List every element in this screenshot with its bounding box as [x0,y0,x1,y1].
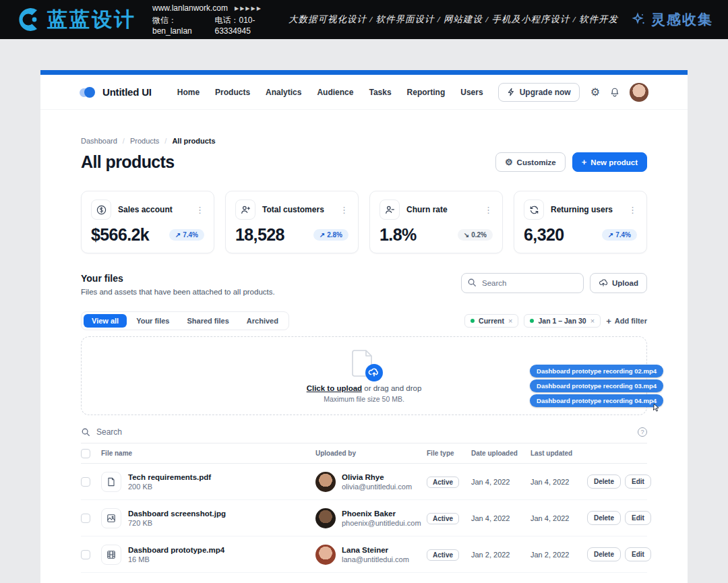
nav-item-analytics[interactable]: Analytics [266,88,301,97]
files-section-header: Your files Files and assets that have be… [81,273,647,296]
brand[interactable]: Untitled UI [80,86,152,98]
close-icon[interactable]: × [590,317,595,325]
upload-button[interactable]: Upload [590,273,647,293]
avatar [315,508,336,528]
breadcrumb-products[interactable]: Products [130,137,159,145]
stat-value: 6,320 [524,225,564,245]
uploader-email: olivia@untitledui.com [342,483,412,491]
trend-up-icon: ↗ [320,231,325,239]
row-checkbox[interactable] [81,550,90,559]
stat-card-churn-rate: Churn rate ⋮ 1.8% ↘ 0.2% [369,191,503,253]
tab-view-all[interactable]: View all [84,314,127,328]
nav-icons: ⚙ [590,83,648,102]
change-badge: ↗ 7.4% [169,229,204,241]
col-file-name[interactable]: File name [101,450,315,457]
tab-your-files[interactable]: Your files [128,314,177,328]
user-minus-icon [380,200,400,220]
search-icon [81,427,90,437]
breadcrumb-all-products: All products [172,137,215,145]
nav-item-audience[interactable]: Audience [317,88,353,97]
uploaded-file-chips: Dashboard prototype recording 02.mp4 Das… [530,365,663,407]
bell-icon[interactable] [609,87,620,98]
tab-archived[interactable]: Archived [239,314,286,328]
nav-item-tasks[interactable]: Tasks [369,88,391,97]
table-search-input[interactable] [96,427,632,437]
select-all-checkbox[interactable] [81,449,90,458]
last-updated: Jan 2, 2022 [530,551,587,559]
file-chip[interactable]: Dashboard prototype recording 03.mp4 [530,379,663,392]
row-checkbox[interactable] [81,514,90,523]
navbar: Untitled UI Home Products Analytics Audi… [40,75,688,110]
nav-item-products[interactable]: Products [215,88,250,97]
table-row: Dashboard prototype.mp4 16 MB Lana Stein… [81,536,647,573]
dollar-coin-icon [91,200,111,220]
trend-up-icon: ↗ [175,231,181,239]
breadcrumb-separator: / [164,137,166,145]
col-file-type[interactable]: File type [427,450,471,457]
click-to-upload-link[interactable]: Click to upload [307,384,362,392]
breadcrumb-dashboard[interactable]: Dashboard [81,137,117,145]
banner-website[interactable]: www.lanlanwork.com [152,3,228,13]
nav-item-home[interactable]: Home [177,88,200,97]
table-header: File name Uploaded by File type Date upl… [81,443,647,464]
col-date-uploaded[interactable]: Date uploaded [471,450,530,457]
kebab-menu-icon[interactable]: ⋮ [340,206,348,214]
upload-cloud-icon [599,278,608,288]
nav-item-users[interactable]: Users [460,88,483,97]
banner-contact: www.lanlanwork.com ▶▶▶▶▶ 微信：ben_lanlan 电… [152,3,276,36]
delete-button[interactable]: Delete [587,511,621,525]
table-row: Dashboard screenshot.jpg 720 KB Phoenix … [81,500,647,536]
status-badge: Active [427,549,459,561]
trend-up-icon: ↗ [608,231,613,239]
upgrade-button[interactable]: Upgrade now [498,83,580,102]
file-name: Dashboard screenshot.jpg [128,510,226,518]
upload-dropzone[interactable]: Click to upload or drag and drop Maximum… [81,336,647,415]
edit-button[interactable]: Edit [625,474,651,489]
row-checkbox[interactable] [81,477,90,487]
file-chip[interactable]: Dashboard prototype recording 04.mp4 [530,394,663,407]
nav-item-reporting[interactable]: Reporting [407,88,446,97]
table-search-row: ? [81,421,647,443]
collect-link[interactable]: 灵感收集 [630,10,713,29]
delete-button[interactable]: Delete [587,474,621,489]
user-plus-icon [235,200,255,220]
banner-wechat: 微信：ben_lanlan [152,15,204,36]
kebab-menu-icon[interactable]: ⋮ [628,206,637,214]
status-badge: Active [427,477,459,488]
upload-cloud-circle-icon [365,364,383,381]
kebab-menu-icon[interactable]: ⋮ [484,206,493,214]
dropzone-note: Maximum file size 50 MB. [324,395,404,403]
file-chip[interactable]: Dashboard prototype recording 02.mp4 [530,365,663,377]
arrows-icon: ▶▶▶▶▶ [235,5,262,11]
brand-name: Untitled UI [102,86,152,98]
col-uploaded-by[interactable]: Uploaded by [315,450,427,457]
tab-shared-files[interactable]: Shared files [179,314,237,328]
uploader-name: Phoenix Baker [342,510,421,518]
new-product-button[interactable]: + New product [572,152,647,172]
filter-chip-date-range[interactable]: Jan 1 – Jan 30 × [524,314,601,328]
table-row: Tech requirements.pdf 200 KB Olivia Rhye… [81,464,647,500]
filter-chip-current[interactable]: Current × [464,314,518,328]
plus-icon: + [606,317,611,326]
date-uploaded: Jan 4, 2022 [471,478,530,486]
col-last-updated[interactable]: Last updated [530,450,587,457]
change-badge: ↘ 0.2% [458,229,493,241]
delete-button[interactable]: Delete [587,547,621,561]
close-icon[interactable]: × [508,317,512,325]
banner-logo[interactable]: 蓝蓝设计 [15,6,136,34]
untitled-ui-logo-icon [80,87,97,98]
stat-label: Total customers [262,205,324,214]
main-content: Dashboard / Products / All products All … [40,137,688,573]
customize-button[interactable]: ⚙ Customize [495,152,566,172]
edit-button[interactable]: Edit [625,511,651,525]
add-filter-button[interactable]: + Add filter [606,317,647,326]
file-image-icon [101,508,121,528]
files-search-input[interactable] [461,273,584,293]
kebab-menu-icon[interactable]: ⋮ [195,206,204,214]
trend-down-icon: ↘ [464,231,469,239]
settings-gear-icon[interactable]: ⚙ [590,87,600,98]
user-avatar[interactable] [630,83,648,102]
stat-card-total-customers: Total customers ⋮ 18,528 ↗ 2.8% [225,191,359,253]
edit-button[interactable]: Edit [625,547,651,561]
help-icon[interactable]: ? [638,427,647,437]
